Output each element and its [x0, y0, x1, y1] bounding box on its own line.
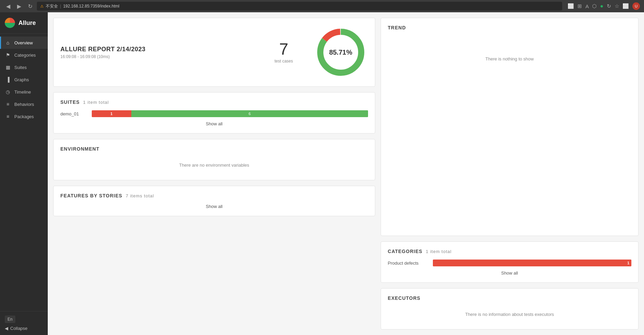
timeline-icon: ◷: [5, 89, 11, 95]
sidebar-item-graphs-label: Graphs: [14, 77, 29, 82]
suites-count: 1 item total: [83, 100, 109, 105]
forward-button[interactable]: ▶: [15, 2, 23, 10]
sidebar-item-suites[interactable]: ▦ Suites: [0, 61, 48, 73]
suites-show-all[interactable]: Show all: [60, 121, 368, 126]
overview-icon: ⌂: [5, 40, 11, 45]
sync-icon[interactable]: ↻: [607, 3, 611, 9]
text-icon[interactable]: A: [585, 3, 589, 9]
executors-card: EXECUTORS There is no information about …: [381, 288, 639, 330]
sidebar-item-packages[interactable]: ≡ Packages: [0, 110, 48, 123]
features-count: 7 items total: [126, 193, 154, 198]
categories-card: CATEGORIES 1 item total Product defects …: [381, 241, 639, 283]
collapse-button[interactable]: ◀ Collapse: [5, 326, 43, 331]
environment-card: ENVIRONMENT There are no environment var…: [53, 139, 375, 180]
user-avatar[interactable]: U: [632, 2, 640, 10]
url-text: 192.168.12.85:7359/index.html: [63, 4, 119, 9]
sidebar-nav: ⌂ Overview ⚑ Categories ▦ Suites ▐ Graph…: [0, 34, 48, 311]
suite-pass-bar: 6: [131, 110, 368, 117]
sidebar-item-behaviors[interactable]: ≡ Behaviors: [0, 98, 48, 110]
sidebar-item-suites-label: Suites: [14, 65, 27, 70]
categories-icon: ⚑: [5, 52, 11, 58]
sidebar-item-packages-label: Packages: [14, 114, 34, 119]
sidebar-item-behaviors-label: Behaviors: [14, 102, 34, 107]
browser-chrome: ◀ ▶ ↻ ⚠ 不安全 | 192.168.12.85:7359/index.h…: [0, 0, 644, 12]
report-info: ALLURE REPORT 2/14/2023 16:09:08 - 16:09…: [60, 46, 146, 59]
suites-title: SUITES: [60, 99, 80, 105]
suite-name: demo_01: [60, 111, 88, 116]
report-summary-card: ALLURE REPORT 2/14/2023 16:09:08 - 16:09…: [53, 18, 375, 87]
suites-header: SUITES 1 item total: [60, 99, 368, 105]
left-column: ALLURE REPORT 2/14/2023 16:09:08 - 16:09…: [53, 18, 375, 330]
suites-icon: ▦: [5, 65, 11, 70]
test-count-label: test cases: [275, 59, 293, 64]
executors-title: EXECUTORS: [388, 295, 421, 301]
features-header: FEATURES BY STORIES 7 items total: [60, 193, 368, 198]
features-card: FEATURES BY STORIES 7 items total Show a…: [53, 186, 375, 216]
security-warning-text: 不安全: [46, 3, 58, 9]
sidebar-item-overview[interactable]: ⌂ Overview: [0, 37, 48, 49]
sidebar-item-overview-label: Overview: [14, 40, 33, 45]
category-bar: 1: [433, 260, 631, 266]
category-row: Product defects 1: [388, 260, 631, 266]
category-bar-count: 1: [627, 261, 629, 265]
right-column: TREND There is nothing to show CATEGORIE…: [381, 18, 639, 330]
trend-title: TREND: [388, 25, 406, 30]
report-title: ALLURE REPORT 2/14/2023: [60, 46, 146, 53]
environment-empty-msg: There are no environment variables: [60, 157, 368, 173]
browser-toolbar: ⬜ ⊞ A ⬡ ● ↻ ☆ ⬜ U: [568, 2, 640, 10]
donut-percent: 85.71%: [329, 48, 352, 56]
donut-chart: 85.71%: [313, 25, 368, 80]
sidebar-item-timeline-label: Timeline: [14, 89, 31, 95]
logo-text: Allure: [18, 19, 36, 27]
trend-empty-msg: There is nothing to show: [388, 36, 631, 82]
app-container: Allure ⌂ Overview ⚑ Categories ▦ Suites …: [0, 12, 644, 335]
report-header: ALLURE REPORT 2/14/2023 16:09:08 - 16:09…: [60, 25, 368, 80]
behaviors-icon: ≡: [5, 101, 11, 107]
screen-cast-icon[interactable]: ⬜: [568, 3, 574, 9]
test-count: 7 test cases: [275, 41, 293, 64]
collapse-arrow-icon: ◀: [5, 326, 8, 331]
graphs-icon: ▐: [5, 77, 11, 82]
logo: Allure: [0, 12, 48, 34]
allure-logo-icon: [5, 18, 15, 28]
environment-title: ENVIRONMENT: [60, 146, 99, 152]
shield-icon: ●: [600, 3, 603, 9]
star-icon[interactable]: ☆: [615, 3, 619, 9]
security-warning-icon: ⚠: [40, 4, 44, 9]
back-button[interactable]: ◀: [4, 2, 12, 10]
tab-icon[interactable]: ⬜: [623, 3, 629, 9]
sidebar-item-graphs[interactable]: ▐ Graphs: [0, 73, 48, 86]
sidebar-item-categories-label: Categories: [14, 53, 36, 58]
report-stats: 7 test cases 85.71%: [275, 25, 368, 80]
address-separator: |: [60, 4, 61, 9]
extension-icon[interactable]: ⬡: [592, 3, 597, 9]
category-name: Product defects: [388, 261, 429, 266]
suite-row: demo_01 1 6: [60, 110, 368, 117]
executors-empty-msg: There is no information about tests exec…: [388, 306, 631, 322]
sidebar-item-timeline[interactable]: ◷ Timeline: [0, 86, 48, 98]
address-bar[interactable]: ⚠ 不安全 | 192.168.12.85:7359/index.html: [37, 2, 562, 11]
trend-header: TREND: [388, 25, 631, 30]
categories-header: CATEGORIES 1 item total: [388, 249, 631, 254]
grid-icon[interactable]: ⊞: [577, 3, 582, 9]
sidebar-item-categories[interactable]: ⚑ Categories: [0, 49, 48, 61]
refresh-button[interactable]: ↻: [26, 2, 34, 10]
categories-show-all[interactable]: Show all: [388, 270, 631, 276]
sidebar: Allure ⌂ Overview ⚑ Categories ▦ Suites …: [0, 12, 48, 335]
environment-header: ENVIRONMENT: [60, 146, 368, 152]
main-content: ALLURE REPORT 2/14/2023 16:09:08 - 16:09…: [48, 12, 644, 335]
language-button[interactable]: En: [5, 316, 15, 323]
test-count-number: 7: [275, 41, 293, 57]
features-show-all[interactable]: Show all: [60, 204, 368, 209]
suite-bar: 1 6: [92, 110, 368, 117]
features-title: FEATURES BY STORIES: [60, 193, 122, 198]
suites-card: SUITES 1 item total demo_01 1 6 Show all: [53, 92, 375, 134]
categories-title: CATEGORIES: [388, 249, 423, 254]
collapse-label: Collapse: [10, 326, 28, 331]
executors-header: EXECUTORS: [388, 295, 631, 301]
packages-icon: ≡: [5, 114, 11, 119]
report-time: 16:09:08 - 16:09:08 (10ms): [60, 54, 146, 59]
suite-fail-bar: 1: [92, 110, 131, 117]
trend-card: TREND There is nothing to show: [381, 18, 639, 236]
categories-count: 1 item total: [426, 249, 452, 254]
